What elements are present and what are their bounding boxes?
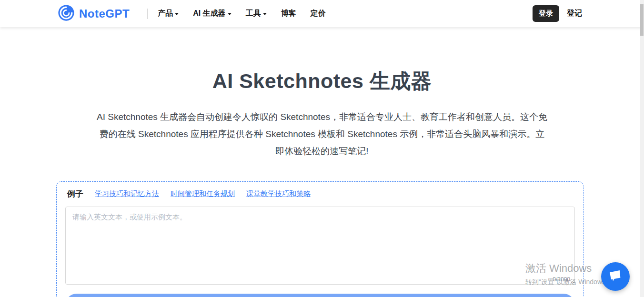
generator-panel: 例子 学习技巧和记忆方法 时间管理和任务规划 课堂教学技巧和策略 0/3000 — [56, 181, 584, 297]
logo[interactable]: NoteGPT — [57, 4, 130, 24]
swirl-icon — [57, 4, 75, 24]
text-input[interactable] — [65, 207, 575, 285]
nav-item-products[interactable]: 产品 — [158, 9, 179, 19]
page-title: AI Sketchnotes 生成器 — [0, 68, 644, 95]
nav-item-blog[interactable]: 博客 — [281, 9, 296, 19]
chevron-down-icon — [263, 13, 267, 15]
register-link[interactable]: 登记 — [567, 9, 582, 19]
nav-item-pricing[interactable]: 定价 — [311, 9, 326, 19]
scrollbar-track[interactable] — [640, 0, 644, 297]
nav-item-ai-generators[interactable]: AI 生成器 — [193, 9, 231, 19]
examples-label: 例子 — [67, 188, 83, 199]
auth-buttons: 登录 登记 — [533, 5, 582, 22]
header: NoteGPT 产品 AI 生成器 工具 博客 定价 登录 登记 — [0, 0, 644, 27]
logo-text: NoteGPT — [79, 7, 130, 20]
chevron-down-icon — [175, 13, 179, 15]
nav-item-tools[interactable]: 工具 — [246, 9, 267, 19]
nav-divider — [148, 9, 148, 19]
chevron-down-icon — [228, 13, 231, 15]
example-link-classroom-teaching[interactable]: 课堂教学技巧和策略 — [246, 189, 311, 198]
example-link-study-skills[interactable]: 学习技巧和记忆方法 — [95, 189, 159, 198]
login-button[interactable]: 登录 — [533, 5, 559, 22]
text-input-wrap: 0/3000 — [65, 207, 575, 285]
main-nav: 产品 AI 生成器 工具 博客 定价 — [158, 9, 325, 19]
page-description: AI Sketchnotes 生成器会自动创建令人惊叹的 Sketchnotes… — [96, 109, 548, 160]
generate-button[interactable] — [65, 294, 575, 297]
scrollbar-thumb[interactable] — [640, 4, 644, 36]
chat-button[interactable] — [601, 262, 630, 291]
chat-bubble-icon — [607, 268, 624, 286]
example-link-time-management[interactable]: 时间管理和任务规划 — [171, 189, 235, 198]
examples-row: 例子 学习技巧和记忆方法 时间管理和任务规划 课堂教学技巧和策略 — [67, 188, 311, 199]
